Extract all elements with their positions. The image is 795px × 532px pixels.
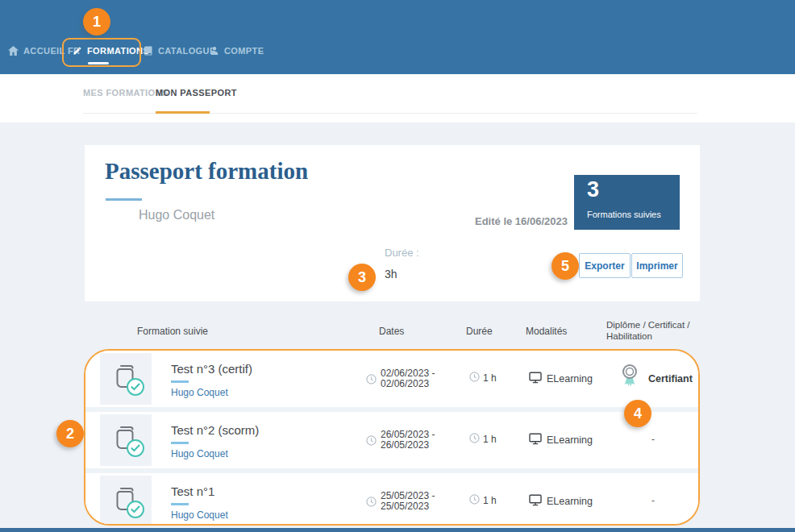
- title-accent-bar: [106, 198, 142, 201]
- stats-value: 3: [587, 177, 599, 202]
- export-button[interactable]: Exporter: [579, 253, 631, 278]
- footer-bar: [0, 528, 795, 532]
- column-header-duree: Durée: [466, 326, 493, 337]
- course-thumbnail: [100, 353, 152, 405]
- annotation-box-rows: Test n°3 (certif) Hugo Coquet 02/06/2023…: [84, 349, 700, 526]
- passport-header-card: Passeport formation Hugo Coquet Edité le…: [85, 145, 700, 301]
- annotation-badge-3: 3: [348, 264, 376, 291]
- course-accent-bar: [171, 380, 189, 383]
- course-diploma: -: [651, 495, 655, 506]
- date-line2: 25/05/2023: [381, 501, 429, 512]
- course-title: Test n°1: [171, 484, 214, 498]
- course-duration: 1 h: [483, 434, 497, 445]
- course-accent-bar: [171, 442, 189, 444]
- medal-icon: [618, 363, 641, 388]
- course-thumbnail: [100, 414, 152, 466]
- course-author-link[interactable]: Hugo Coquet: [171, 448, 228, 459]
- print-button[interactable]: Imprimer: [631, 253, 683, 278]
- check-icon: [127, 439, 144, 457]
- course-modality: ELearning: [547, 434, 593, 446]
- edited-date: Edité le 16/06/2023: [475, 215, 568, 227]
- course-duration: 1 h: [483, 495, 497, 506]
- date-line1: 26/05/2023 -: [381, 429, 435, 440]
- clock-icon: [469, 494, 480, 505]
- check-icon: [127, 501, 144, 518]
- passport-user-name: Hugo Coquet: [139, 208, 214, 222]
- table-row[interactable]: Test n°1 Hugo Coquet 25/05/2023 -25/05/2…: [85, 473, 698, 526]
- nav-item-compte[interactable]: COMPTE: [210, 46, 264, 56]
- duration-value: 3h: [385, 268, 398, 281]
- course-thumbnail: [100, 476, 152, 526]
- active-tab-underline: [156, 111, 210, 114]
- course-modality: ELearning: [547, 496, 593, 507]
- top-navbar: ACCUEIL FR FORMATIONS CATALOGUE COMPTE: [0, 0, 795, 74]
- home-icon: [8, 46, 19, 56]
- nav-item-label: CATALOGUE: [158, 46, 216, 56]
- monitor-icon: [529, 372, 542, 384]
- course-diploma: Certifiant: [648, 373, 693, 384]
- course-author-link[interactable]: Hugo Coquet: [171, 509, 228, 521]
- date-line1: 02/06/2023 -: [381, 368, 435, 379]
- annotation-badge-1: 1: [83, 8, 110, 35]
- course-author-link[interactable]: Hugo Coquet: [171, 387, 228, 398]
- stats-card: 3 Formations suivies: [574, 175, 680, 230]
- course-dates: 02/06/2023 -02/06/2023: [381, 368, 435, 389]
- column-header-modalites: Modalités: [526, 326, 567, 337]
- course-dates: 26/05/2023 -26/05/2023: [381, 430, 435, 451]
- column-header-diplome: Diplôme / Certificat / Habilitation: [606, 320, 697, 342]
- course-accent-bar: [171, 503, 189, 505]
- nav-item-catalogue[interactable]: CATALOGUE: [144, 46, 216, 56]
- date-line2: 02/06/2023: [381, 378, 429, 389]
- course-duration: 1 h: [483, 372, 497, 384]
- column-header-formation: Formation suivie: [137, 326, 208, 337]
- course-title: Test n°3 (certif): [171, 362, 252, 376]
- clock-icon: [469, 372, 480, 382]
- annotation-badge-2: 2: [56, 420, 84, 447]
- monitor-icon: [529, 494, 542, 506]
- active-nav-underline: [88, 62, 109, 64]
- course-modality: ELearning: [547, 373, 593, 384]
- duration-label: Durée :: [385, 247, 419, 259]
- table-row[interactable]: Test n°3 (certif) Hugo Coquet 02/06/2023…: [85, 351, 698, 407]
- annotation-badge-4: 4: [624, 400, 651, 427]
- check-icon: [127, 378, 144, 396]
- date-line2: 26/05/2023: [381, 439, 429, 451]
- monitor-icon: [529, 433, 542, 445]
- clock-icon: [469, 433, 480, 443]
- date-line1: 25/05/2023 -: [381, 490, 435, 501]
- table-row[interactable]: Test n°2 (scorm) Hugo Coquet 26/05/2023 …: [85, 412, 698, 468]
- course-dates: 25/05/2023 -25/05/2023: [381, 491, 435, 512]
- user-icon: [210, 46, 219, 56]
- annotation-badge-5: 5: [552, 252, 579, 280]
- clock-icon: [366, 435, 377, 446]
- tab-mon-passeport[interactable]: MON PASSEPORT: [156, 88, 237, 98]
- page-title: Passeport formation: [105, 158, 308, 185]
- clock-icon: [366, 374, 377, 384]
- course-diploma: -: [651, 434, 655, 445]
- nav-item-label: COMPTE: [224, 46, 264, 56]
- column-header-dates: Dates: [379, 326, 404, 337]
- book-icon: [144, 46, 153, 56]
- subnav: MES FORMATIONS MON PASSEPORT: [0, 74, 795, 123]
- stats-label: Formations suivies: [587, 210, 661, 219]
- course-title: Test n°2 (scorm): [171, 423, 259, 437]
- clock-icon: [366, 497, 377, 507]
